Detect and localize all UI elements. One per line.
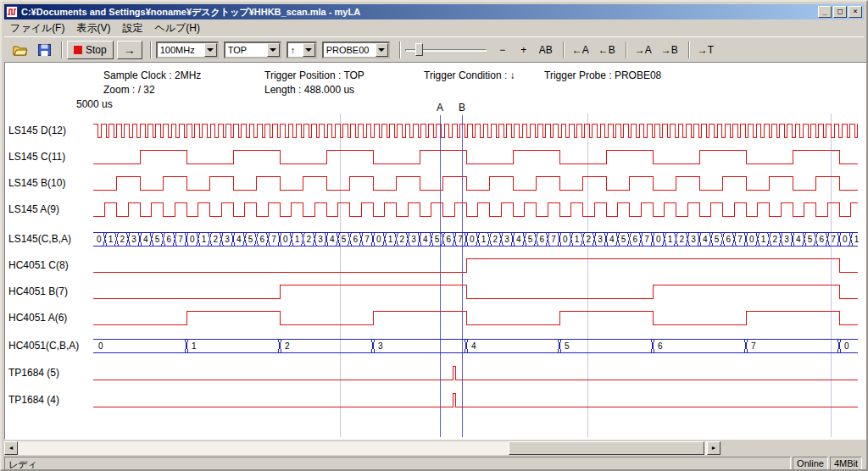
bus-value: 3 [598, 235, 603, 244]
app-icon [6, 6, 18, 18]
bus-value: 7 [831, 235, 836, 244]
goto-a-left-button[interactable]: ←A [569, 41, 593, 59]
save-button[interactable] [33, 41, 55, 59]
ab-button[interactable]: AB [536, 41, 556, 59]
signal-trace [93, 150, 858, 163]
bus-value: 7 [364, 235, 370, 244]
scroll-right-icon[interactable]: ► [707, 441, 721, 455]
signal-trace [93, 258, 858, 272]
bus-value: 4 [796, 235, 801, 244]
floppy-icon [38, 44, 51, 56]
channel-label: HC4051 C(8) [8, 259, 69, 271]
toolbar-separator [399, 42, 401, 58]
zoom-in-button[interactable]: + [515, 41, 533, 59]
goto-a-right-button[interactable]: →A [632, 41, 655, 59]
bus-value: 1 [388, 235, 393, 244]
bus-value: 1 [854, 235, 860, 244]
stop-label: Stop [86, 44, 107, 56]
horizontal-scrollbar[interactable]: ◄ ► [4, 441, 721, 455]
channel-label: LS145 B(10) [8, 177, 65, 189]
zoom-out-button[interactable]: − [493, 41, 512, 59]
menu-settings[interactable]: 設定 [116, 19, 148, 37]
bus-value: 1 [668, 235, 673, 244]
menu-view[interactable]: 表示(V) [70, 19, 116, 37]
bus-value: 5 [435, 235, 440, 244]
bus-value: 4 [703, 235, 708, 244]
sample-clock-select[interactable]: 100MHz [156, 42, 219, 58]
bus-value: 6 [353, 235, 359, 244]
trigger-position-select[interactable]: TOP [224, 42, 281, 58]
probe-select[interactable]: PROBE00 [322, 42, 390, 58]
marker-label-b: B [459, 102, 465, 114]
signal-trace [93, 124, 858, 137]
bus-value: 6 [167, 235, 172, 244]
trigger-edge-value: ↑ [288, 45, 303, 55]
bus-value: 3 [318, 235, 323, 244]
trigger-edge-select[interactable]: ↑ [287, 42, 317, 58]
stop-button[interactable]: Stop [67, 41, 114, 59]
goto-trigger-button[interactable]: →T [694, 41, 717, 59]
signal-trace [93, 366, 858, 380]
marker-label-a: A [437, 102, 443, 114]
bus-value: 6 [540, 235, 545, 244]
bus-value: 1 [202, 235, 207, 244]
bus-value: 0 [843, 235, 848, 244]
waveform-area[interactable]: ABLS145 D(12)LS145 C(11)LS145 B(10)LS145… [5, 63, 866, 439]
waveform-client: Sample Clock : 2MHz Trigger Position : T… [4, 62, 867, 440]
bus-value: 4 [609, 235, 615, 244]
bus-value: 0 [470, 235, 475, 244]
chevron-down-icon[interactable] [267, 43, 280, 57]
bus-value: 0 [97, 235, 102, 244]
bus-value: 7 [751, 341, 756, 351]
bus-value: 6 [658, 341, 663, 351]
menubar: ファイル(F) 表示(V) 設定 ヘルプ(H) [4, 20, 864, 36]
channel-label: TP1684 (5) [8, 367, 59, 379]
bus-value: 0 [656, 235, 661, 244]
status-online: Online [793, 457, 828, 470]
run-button[interactable]: → [117, 41, 142, 59]
channel-label: LS145 D(12) [8, 125, 66, 136]
bus-value: 2 [214, 235, 219, 244]
menu-file[interactable]: ファイル(F) [4, 19, 70, 37]
bus-value: 2 [307, 235, 312, 244]
bus-value: 6 [447, 235, 452, 244]
bus-value: 2 [773, 235, 778, 244]
slider-handle[interactable] [415, 43, 423, 56]
bus-value: 4 [423, 235, 428, 244]
chevron-down-icon[interactable] [303, 43, 315, 57]
open-button[interactable] [9, 41, 31, 59]
goto-b-right-button[interactable]: →B [658, 41, 682, 59]
bus-value: 2 [400, 235, 405, 244]
zoom-slider[interactable] [405, 41, 487, 59]
goto-b-left-button[interactable]: ←B [595, 41, 619, 59]
bus-value: 6 [820, 235, 825, 244]
bus-value: 6 [726, 235, 732, 244]
bus-value: 1 [761, 235, 766, 244]
bus-value: 3 [131, 235, 136, 244]
scroll-left-icon[interactable]: ◄ [4, 441, 18, 455]
chevron-down-icon[interactable] [204, 43, 217, 57]
bus-value: 0 [749, 235, 754, 244]
toolbar-separator [61, 42, 63, 58]
close-button[interactable]: × [849, 6, 862, 18]
bus-value: 2 [587, 235, 592, 244]
bus-value: 7 [271, 235, 276, 244]
bus-value: 4 [236, 235, 242, 244]
bus-value: 1 [295, 235, 300, 244]
bus-value: 3 [411, 235, 416, 244]
bus-value: 7 [644, 235, 649, 244]
menu-help[interactable]: ヘルプ(H) [148, 19, 206, 37]
maximize-button[interactable]: □ [833, 6, 847, 18]
stop-icon [74, 46, 82, 54]
chevron-down-icon[interactable] [376, 43, 388, 57]
bus-value: 5 [248, 235, 253, 244]
minimize-button[interactable]: _ [818, 6, 832, 18]
bus-value: 7 [737, 235, 743, 244]
titlebar[interactable]: C:¥Documents and Settings¥noname¥デスクトップ¥… [4, 4, 864, 19]
scrollbar-thumb[interactable] [509, 441, 704, 455]
bus-value: 2 [493, 235, 498, 244]
bus-value: 0 [376, 235, 381, 244]
channel-label: HC4051 B(7) [8, 285, 68, 297]
status-ready: レディ [4, 457, 791, 470]
bus-value: 5 [715, 235, 720, 244]
